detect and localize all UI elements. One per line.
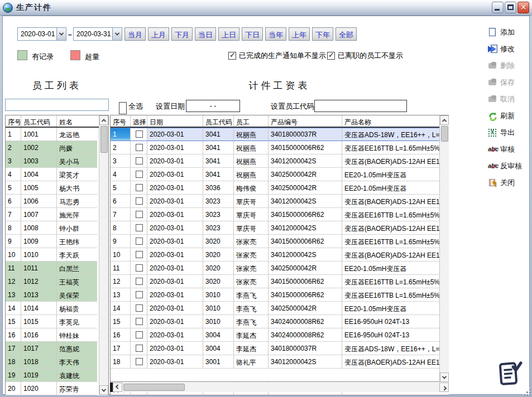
save-button[interactable]: 保存 <box>488 76 522 89</box>
hide-finished-orders-checkbox[interactable] <box>228 52 236 60</box>
table-row[interactable]: 81008钟小群 <box>6 221 108 235</box>
table-row[interactable]: 191019袁建统 <box>6 369 108 382</box>
row-select-checkbox[interactable] <box>136 264 143 272</box>
table-row[interactable]: 101010李天跃 <box>6 248 108 262</box>
date-from-dropdown-button[interactable] <box>56 28 66 40</box>
table-row[interactable]: 11001龙远艳 <box>6 128 108 141</box>
employee-table-vscrollbar[interactable] <box>99 115 108 395</box>
table-row[interactable]: 22020-03-013041祝丽燕34015000006R62变压器EE16T… <box>111 141 449 154</box>
range-button-current-day[interactable]: 当日 <box>195 27 216 41</box>
table-row[interactable]: 121012王福英 <box>6 275 108 288</box>
table-row[interactable]: 122020-03-013020张家亮34015000006R62变压器EE16… <box>111 275 449 288</box>
resize-grip[interactable] <box>524 389 531 396</box>
table-row[interactable]: 82020-03-013023覃庆哥34012000042S变压器(BAOER)… <box>111 221 449 235</box>
table-row[interactable]: 102020-03-013020张家亮34012000042S变压器(BAOER… <box>111 248 449 262</box>
modify-button[interactable]: 修改 <box>488 43 522 55</box>
range-button-current-year[interactable]: 当年 <box>265 27 286 41</box>
unaudit-button[interactable]: abc✓ 反审核 <box>488 160 522 172</box>
range-button-prev-year[interactable]: 上年 <box>289 27 310 41</box>
row-select-checkbox[interactable] <box>136 224 143 231</box>
close-form-button[interactable]: ↰ 关闭 <box>488 177 522 189</box>
scroll-left-button[interactable] <box>113 383 122 392</box>
row-select-checkbox[interactable] <box>136 304 143 312</box>
row-select-checkbox[interactable] <box>136 211 143 218</box>
column-header-select[interactable]: 选择 <box>131 115 147 127</box>
column-header-product-code[interactable]: 产品编号 <box>269 115 342 127</box>
close-button[interactable]: ✕ <box>517 2 529 13</box>
row-select-checkbox[interactable] <box>136 144 143 151</box>
column-header-product-name[interactable]: 产品名称 <box>342 115 449 127</box>
table-row[interactable]: 152020-03-013010李燕飞34024000008R62EE16-95… <box>111 315 449 328</box>
column-header-name[interactable]: 姓名 <box>57 115 97 127</box>
add-button[interactable]: 添加 <box>488 26 522 38</box>
scrollbar-thumb[interactable] <box>123 384 185 391</box>
column-header-employee[interactable]: 员工 <box>234 115 269 127</box>
row-select-checkbox[interactable] <box>136 238 143 245</box>
column-header-no[interactable]: 序号 <box>111 115 131 127</box>
delete-button[interactable]: 删除 <box>488 60 522 72</box>
employee-search-input[interactable] <box>5 99 109 111</box>
date-to-dropdown-button[interactable] <box>112 28 122 40</box>
table-row[interactable]: 21002尚媛 <box>6 141 108 154</box>
table-row[interactable]: 71007施光萍 <box>6 208 108 221</box>
table-row[interactable]: 112020-03-013020张家亮34025000042REE20-1.05… <box>111 262 449 275</box>
set-date-input[interactable]: - - <box>186 100 240 112</box>
refresh-button[interactable]: 刷新 <box>488 110 522 122</box>
table-row[interactable]: 91009王艳纬 <box>6 235 108 248</box>
table-row[interactable]: 12020-03-013041祝丽燕34018000037R变压器ADS-18W… <box>111 128 449 141</box>
audit-button[interactable]: abc✓ 审核 <box>488 143 522 156</box>
select-all-checkbox[interactable] <box>119 102 127 114</box>
row-select-checkbox[interactable] <box>136 197 143 205</box>
date-to-combobox[interactable]: 2020-03-31 <box>73 27 122 41</box>
row-select-checkbox[interactable] <box>136 331 143 338</box>
table-row[interactable]: 171017范惠妮 <box>6 342 108 355</box>
table-row[interactable]: 52020-03-013036梅伟俊34025000042REE20-1.05m… <box>111 181 449 195</box>
scroll-up-button[interactable] <box>440 115 449 125</box>
date-from-combobox[interactable]: 2020-03-01 <box>17 27 66 41</box>
table-row[interactable]: 172020-03-013004李延杰34018000037R变压器ADS-18… <box>111 342 449 355</box>
table-row[interactable]: 182020-03-013001骆礼平34012000042S变压器(BAOER… <box>111 355 449 369</box>
table-row[interactable]: 111011白黑兰 <box>6 262 108 275</box>
range-button-prev-day[interactable]: 上日 <box>218 27 239 41</box>
scrollbar-thumb[interactable] <box>441 126 448 142</box>
range-button-next-year[interactable]: 下年 <box>312 27 333 41</box>
scroll-up-button[interactable] <box>99 115 108 125</box>
table-row[interactable]: 51005杨大书 <box>6 181 108 195</box>
minimize-button[interactable] <box>492 2 504 13</box>
row-select-checkbox[interactable] <box>136 184 143 191</box>
maximize-button[interactable] <box>505 2 516 13</box>
row-select-checkbox[interactable] <box>136 278 143 285</box>
scroll-right-button[interactable] <box>439 383 449 392</box>
row-select-checkbox[interactable] <box>136 251 143 258</box>
scroll-down-button[interactable] <box>99 385 108 395</box>
column-header-employee-code[interactable]: 员工代码 <box>21 115 57 127</box>
row-select-checkbox[interactable] <box>136 291 143 298</box>
range-button-next-day[interactable]: 下日 <box>242 27 263 41</box>
table-row[interactable]: 151015李英见 <box>6 315 108 328</box>
row-select-checkbox[interactable] <box>136 358 143 365</box>
hide-resigned-employees-checkbox[interactable] <box>327 52 335 60</box>
range-button-all[interactable]: 全部 <box>336 27 357 41</box>
table-row[interactable]: 32020-03-013041祝丽燕34012000042S变压器(BAOER)… <box>111 154 449 168</box>
table-row[interactable]: 181018李天伟 <box>6 355 108 369</box>
column-header-date[interactable]: 日期 <box>147 115 203 127</box>
table-row[interactable]: 41004梁英才 <box>6 168 108 181</box>
cancel-button[interactable]: 取消 <box>488 93 522 105</box>
row-select-checkbox[interactable] <box>136 171 143 178</box>
table-row[interactable]: 92020-03-013020张家亮34015000006R62变压器EE16T… <box>111 235 449 248</box>
row-select-checkbox[interactable] <box>136 157 143 164</box>
scroll-down-button[interactable] <box>440 372 449 382</box>
row-select-checkbox[interactable] <box>136 345 143 352</box>
table-row[interactable]: 141014杨福贵 <box>6 302 108 315</box>
table-row[interactable]: 162020-03-013004李延杰34024000008R62EE16-95… <box>111 328 449 342</box>
set-employee-code-input[interactable] <box>314 100 407 112</box>
range-button-next-month[interactable]: 下月 <box>171 27 193 41</box>
range-button-current-month[interactable]: 当月 <box>124 27 146 41</box>
table-row[interactable]: 142020-03-013010李燕飞34025000042REE20-1.05… <box>111 302 449 315</box>
row-select-checkbox[interactable] <box>136 130 143 138</box>
export-button[interactable]: X 导出 <box>488 127 522 139</box>
range-button-prev-month[interactable]: 上月 <box>148 27 169 41</box>
table-row[interactable]: 62020-03-013023覃庆哥34012000042S变压器(BAOER)… <box>111 195 449 208</box>
scrollbar-thumb[interactable] <box>100 126 108 153</box>
row-select-checkbox[interactable] <box>136 318 143 325</box>
